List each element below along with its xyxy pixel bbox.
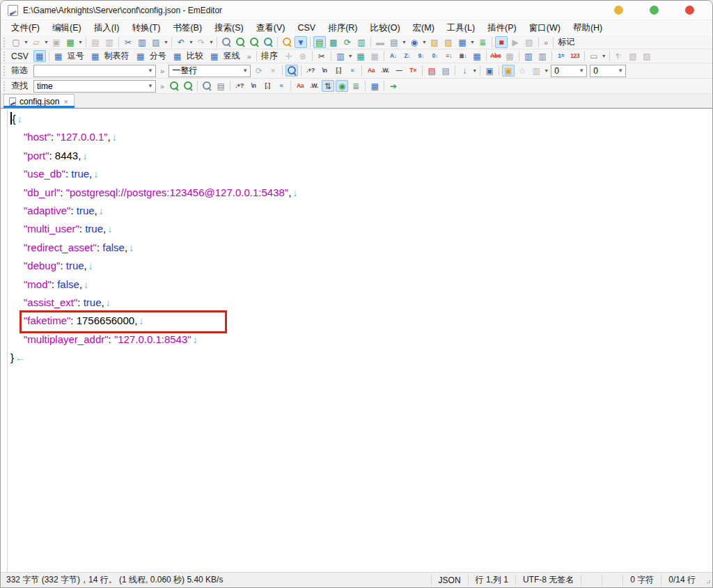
find-go-icon[interactable]: ➔ — [387, 80, 400, 92]
freeze-column-icon[interactable]: ▦ — [354, 50, 367, 62]
filter-apply-icon[interactable] — [285, 65, 298, 77]
code-line-11[interactable]: "assist_ext": true,↓ — [10, 294, 712, 312]
menu-item-v[interactable]: 查看(V) — [250, 21, 292, 35]
code-line-2[interactable]: "host": "127.0.0.1",↓ — [10, 128, 712, 146]
find-input[interactable]: time▼ — [33, 80, 156, 93]
view-export-icon[interactable]: ▥ — [355, 36, 368, 48]
sync-icon[interactable]: ▨ — [442, 36, 455, 48]
menu-item-l[interactable]: 工具(L) — [441, 21, 481, 35]
code-line-8[interactable]: "redirect_asset": false,↓ — [10, 239, 712, 257]
find-regex-icon[interactable]: .+? — [233, 80, 246, 92]
filter-charclass-icon[interactable]: [.] — [332, 65, 345, 77]
find-previous-icon[interactable] — [168, 80, 180, 92]
filter-lock-icon[interactable]: ▣ — [502, 65, 515, 77]
run-macro-icon[interactable]: ▶ — [509, 36, 522, 48]
paste-dropdown[interactable]: ▼ — [163, 36, 169, 48]
word-count-icon[interactable]: ▬ — [374, 36, 386, 48]
sort-move-icon[interactable]: ✛ — [283, 50, 295, 62]
ime-icon[interactable]: ▦ — [503, 50, 516, 62]
toolbar-grip[interactable] — [3, 38, 6, 47]
sort-num-asc-icon[interactable]: 9↓ — [415, 50, 428, 62]
find-in-document-icon[interactable]: ▤ — [214, 80, 227, 92]
snippet-icon[interactable]: ▤ — [388, 36, 400, 48]
csv-pipe-icon[interactable]: ▦ — [208, 50, 221, 62]
filter-clear-icon[interactable]: × — [267, 65, 279, 77]
filter-heading-count[interactable]: 0▼ — [551, 65, 587, 77]
filter-refresh-icon[interactable]: ⟳ — [253, 65, 265, 77]
sort-date-icon[interactable]: ▦ — [471, 50, 483, 62]
highlighted-line-faketime[interactable]: "faketime": 1756656000,↓ — [10, 312, 712, 330]
encoding-icon[interactable]: ◉ — [408, 36, 421, 48]
csv-normal-mode-icon[interactable]: ▦ — [33, 50, 46, 62]
code-line-14[interactable]: }← — [10, 349, 712, 367]
minimize-button[interactable] — [614, 6, 623, 15]
toolbar-overflow-chevron[interactable]: » — [157, 67, 167, 75]
filter-column-count[interactable]: 0▼ — [590, 65, 626, 77]
number-range-icon[interactable]: 123 — [569, 50, 581, 62]
unfreeze-column-icon[interactable]: ▦ — [368, 50, 381, 62]
toolbar-grip[interactable] — [3, 81, 6, 91]
compare-icon[interactable]: ▧ — [428, 36, 441, 48]
code-line-9[interactable]: "debug": true,↓ — [10, 257, 712, 275]
code-line-4[interactable]: "use_db": true,↓ — [10, 165, 712, 183]
csv-tab-icon[interactable]: ▦ — [89, 50, 102, 62]
find-charclass-icon[interactable]: [.] — [261, 80, 274, 92]
chevron-down-icon[interactable]: ▼ — [146, 65, 155, 77]
zoom-icon[interactable] — [220, 36, 233, 48]
filter-columns-icon[interactable]: ▥ — [530, 65, 542, 77]
menu-item-o[interactable]: 比较(O) — [364, 21, 407, 35]
join-columns-icon[interactable]: ▥ — [536, 50, 549, 62]
filter-toggle-icon[interactable]: ▼ — [295, 36, 307, 48]
toolbar-overflow-chevron[interactable]: » — [157, 82, 167, 90]
filter-negative-icon[interactable]: — — [393, 65, 405, 77]
filter-extract-icon[interactable]: ↓ — [458, 65, 471, 77]
menu-item-b[interactable]: 书签(B) — [166, 21, 208, 35]
undo-dropdown[interactable]: ▼ — [188, 36, 194, 48]
sort-length-icon[interactable]: ≡↓ — [443, 50, 455, 62]
menu-item-s[interactable]: 搜索(S) — [208, 21, 250, 35]
find-escape-icon[interactable]: \n — [247, 80, 260, 92]
filter-window-icon[interactable]: ▣ — [483, 65, 496, 77]
menu-item-r[interactable]: 排序(R) — [322, 21, 363, 35]
status-empty-2[interactable] — [602, 575, 622, 586]
find-fuzzy-icon[interactable]: ≈ — [275, 80, 288, 92]
new-file-dropdown[interactable]: ▼ — [23, 36, 29, 48]
find-wrap-around-icon[interactable]: ⇅ — [322, 80, 334, 92]
save-icon[interactable]: ▣ — [50, 36, 63, 48]
zoom-reset-icon[interactable] — [262, 36, 274, 48]
macro-options-icon[interactable]: ▧ — [523, 36, 535, 48]
delete-duplicates-icon[interactable]: Abc — [489, 50, 502, 62]
resize-grip[interactable] — [703, 575, 712, 586]
chevron-down-icon[interactable]: ▼ — [240, 65, 250, 77]
csv-semicolon-icon[interactable]: ▦ — [134, 50, 147, 62]
filter-bookmark-icon[interactable]: ▤ — [425, 65, 438, 77]
select-column-icon[interactable]: ▥ — [334, 50, 347, 62]
toolbar-overflow-chevron[interactable]: » — [244, 52, 254, 61]
copy-icon[interactable]: ▥ — [136, 36, 148, 48]
menu-item-m[interactable]: 宏(M) — [407, 21, 441, 35]
sort-num-desc-icon[interactable]: 0↓ — [429, 50, 441, 62]
code-line-10[interactable]: "mod": false,↓ — [10, 276, 712, 294]
chevron-down-icon[interactable]: ▼ — [146, 81, 155, 92]
code-line-3[interactable]: "port": 8443,↓ — [10, 147, 712, 165]
ruler-dropdown[interactable]: ▼ — [601, 50, 607, 62]
filter-input[interactable]: ▼ — [33, 65, 156, 77]
filter-regex-icon[interactable]: .+? — [304, 65, 317, 77]
sort-za-desc-icon[interactable]: Z↓ — [401, 50, 414, 62]
code-line-1[interactable]: {↓ — [10, 110, 712, 128]
delete-columns-icon[interactable]: ✂ — [315, 50, 328, 62]
menu-item-i[interactable]: 插入(I) — [88, 21, 126, 35]
code-line-6[interactable]: "adaptive": true,↓ — [10, 202, 712, 220]
code-line-7[interactable]: "multi_user": true,↓ — [10, 220, 712, 238]
save-all-icon[interactable]: ▦ — [64, 36, 77, 48]
redo-icon[interactable]: ↷ — [195, 36, 207, 48]
save-all-dropdown[interactable]: ▼ — [77, 36, 84, 48]
redo-dropdown[interactable]: ▼ — [208, 36, 214, 48]
view-refresh-icon[interactable]: ⟳ — [341, 36, 354, 48]
status-empty-1[interactable] — [581, 575, 602, 586]
snippet-dropdown[interactable]: ▼ — [401, 36, 407, 48]
find-in-files-icon[interactable] — [281, 36, 293, 48]
filter-columns-dropdown[interactable]: ▼ — [543, 65, 549, 77]
menu-item-e[interactable]: 编辑(E) — [46, 21, 88, 35]
filter-match-case-icon[interactable]: Aa — [365, 65, 377, 77]
